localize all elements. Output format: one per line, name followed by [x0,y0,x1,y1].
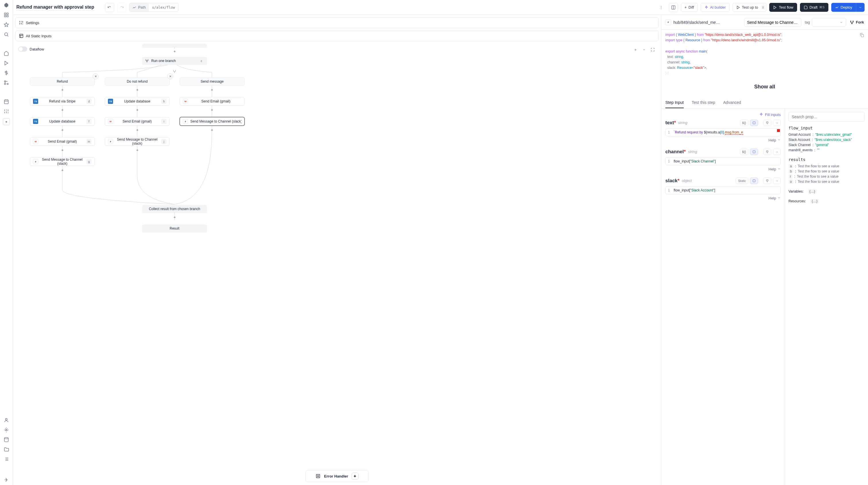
fill-inputs-button[interactable]: Fill inputs [759,112,781,117]
help-text[interactable]: Help [665,138,781,142]
plus-icon[interactable]: ✦ [60,127,65,133]
plug-button[interactable] [763,177,771,184]
channel-code-input[interactable]: 1 flow_input["Slack Channel"] [665,157,781,165]
more-icon[interactable]: ⋮ [657,3,666,12]
arrow-button[interactable]: → [773,149,781,155]
mode-expr-button[interactable]: ${} [740,149,748,155]
folder-icon[interactable] [3,447,9,452]
step-slack-j[interactable]: #Send Message to Channel (slack)j [105,137,169,146]
branch-icon[interactable] [172,69,177,74]
resources-expand[interactable]: {…} [810,199,819,203]
arrow-button[interactable]: → [773,177,781,184]
arrow-button[interactable]: → [773,120,781,126]
list-icon[interactable] [3,456,9,462]
slack-code-input[interactable]: 1 flow_input["Slack Account"] [665,186,781,194]
settings-bar[interactable]: Settings [15,17,659,28]
mode-static-button[interactable]: Static [736,177,748,184]
tab-test-step[interactable]: Test this step [692,97,715,108]
branch-donotrefund[interactable]: Do not refund [105,77,169,86]
tag-select[interactable] [812,18,846,27]
plus-icon[interactable]: ✦ [135,87,140,92]
copy-icon[interactable] [859,33,864,39]
fork-button[interactable]: Fork [849,20,864,25]
plus-icon[interactable]: ✦ [172,215,177,220]
redo-button[interactable] [117,3,126,12]
tab-advanced[interactable]: Advanced [723,97,741,108]
plus-icon[interactable]: ✦ [60,168,65,173]
play-icon[interactable] [3,60,9,66]
step-slack-l-selected[interactable]: #Send Message to Channel (slack) [180,117,245,126]
error-handler[interactable]: Error Handler ✦ [305,470,369,482]
dollar-icon[interactable] [3,70,9,76]
text-code-input[interactable]: 1 `Refund request by ${results.a[0].msg.… [665,128,781,136]
undo-button[interactable] [105,3,114,12]
zoom-out-icon[interactable]: − [640,46,648,53]
test-up-to-button[interactable]: Test up tol [733,3,767,12]
close-branch-donotrefund[interactable]: ✕ [167,73,173,79]
path-input[interactable]: Path u/alex/flow [129,3,179,12]
fullscreen-icon[interactable] [649,46,656,53]
mode-edit-button[interactable] [750,149,758,155]
plus-icon[interactable]: ✦ [209,107,214,112]
star-icon[interactable] [3,22,9,28]
tab-step-input[interactable]: Step Input [665,97,684,108]
step-send-email-m[interactable]: MSend Email (gmail)m [30,137,95,146]
plus-icon[interactable]: ✦ [135,107,140,112]
prop-row[interactable]: mandrill_events : "" [788,148,865,153]
user-icon[interactable] [3,417,9,423]
deploy-dropdown[interactable] [856,3,865,12]
graph-icon[interactable] [3,80,9,86]
panel-toggle-icon[interactable] [669,3,678,12]
plus-icon[interactable]: ✦ [60,148,65,153]
test-flow-button[interactable]: Test flow [769,3,797,12]
help-channel[interactable]: Help [665,167,781,171]
gear-icon[interactable] [3,427,9,433]
help-slack[interactable]: Help [665,196,781,200]
calendar-icon[interactable] [3,99,9,104]
branch-sendmessage[interactable]: Send message [180,77,245,86]
mode-expr-button[interactable]: ${} [740,120,748,126]
draft-button[interactable]: Draft⌘S [800,3,828,12]
prop-row[interactable]: a : Test the flow to see a value [788,164,865,169]
home-icon[interactable] [3,51,9,56]
logo-icon[interactable] [3,2,9,8]
flow-title[interactable]: Refund manager with approval step [17,5,94,10]
plus-icon[interactable]: ✦ [172,49,177,54]
variables-expand[interactable]: {…} [808,189,817,193]
step-name-input[interactable] [744,18,801,27]
ai-builder-button[interactable]: AI builder [701,3,730,12]
search-prop-input[interactable] [788,112,865,122]
step-send-email-e[interactable]: MSend Email (gmail) [180,97,245,106]
prop-row[interactable]: b : Test the flow to see a value [788,169,865,174]
add-error-handler[interactable]: ✦ [352,473,359,480]
plus-icon[interactable]: ✦ [135,148,140,153]
plus-icon[interactable]: ✦ [60,87,65,92]
add-button[interactable]: + [3,118,10,125]
branch-refund[interactable]: Refund [30,77,95,86]
diff-button[interactable]: +Diff [681,3,698,12]
prop-row[interactable]: Slack Channel : "general" [788,142,865,148]
step-update-db-h[interactable]: TSUpdate databaseh [105,97,169,106]
step-slack-g[interactable]: #Send Message to Channel (slack)g [30,157,95,166]
show-all-button[interactable]: Show all [661,78,868,97]
search-icon[interactable] [3,32,9,37]
step-refund-stripe[interactable]: TSRefund via Striped [30,97,95,106]
zoom-in-icon[interactable]: + [632,46,639,53]
mode-edit-button[interactable] [750,177,758,184]
database-icon[interactable] [3,437,9,443]
sliders-icon[interactable] [3,108,9,114]
plug-button[interactable] [763,149,771,155]
deploy-button[interactable]: Deploy [831,3,856,12]
branch-node[interactable]: Run one branch c [142,57,207,65]
prop-row[interactable]: Slack Account : "$res:u/alex/docu_slack" [788,137,865,142]
prop-row[interactable]: o : Test the flow to see a value [788,179,865,184]
prop-row[interactable]: r : Test the flow to see a value [788,174,865,179]
plus-icon[interactable]: ✦ [209,127,214,133]
mode-edit-button[interactable] [750,120,758,126]
plus-icon[interactable]: ✦ [135,127,140,133]
workspace-icon[interactable] [3,12,9,18]
plus-icon[interactable]: ✦ [60,107,65,112]
collapse-icon[interactable] [3,477,9,483]
static-inputs-bar[interactable]: All Static Inputs [15,30,659,41]
step-update-db-f[interactable]: TSUpdate databasef [30,117,95,126]
